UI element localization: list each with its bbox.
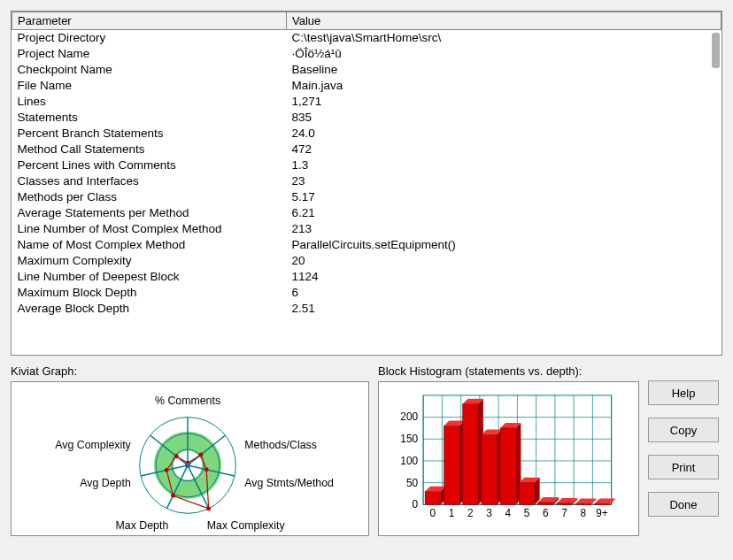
svg-point-17 bbox=[165, 468, 169, 472]
value-cell: 213 bbox=[287, 221, 721, 237]
kiviat-label: Kiviat Graph: bbox=[11, 364, 369, 378]
kiviat-axis-label: % Comments bbox=[155, 395, 220, 407]
param-cell: Lines bbox=[12, 94, 287, 110]
value-cell: 24.0 bbox=[287, 126, 721, 142]
value-cell: ·ÖÎö½á¹û bbox=[287, 46, 721, 62]
col-header-value[interactable]: Value bbox=[287, 12, 721, 30]
value-cell: 835 bbox=[287, 110, 721, 126]
table-row[interactable]: Average Statements per Method6.21 bbox=[12, 205, 721, 221]
table-row[interactable]: Name of Most Complex MethodParallelCircu… bbox=[12, 237, 721, 253]
print-button[interactable]: Print bbox=[648, 455, 719, 479]
hist-xtick: 2 bbox=[467, 507, 474, 519]
value-cell: 2.51 bbox=[287, 301, 721, 317]
metrics-dialog: Parameter Value Project DirectoryC:\test… bbox=[0, 0, 733, 560]
value-cell: 20 bbox=[287, 253, 721, 269]
done-button[interactable]: Done bbox=[648, 492, 719, 517]
hist-xtick: 6 bbox=[543, 507, 549, 519]
table-row[interactable]: File NameMain.java bbox=[12, 78, 721, 94]
svg-point-19 bbox=[185, 463, 190, 468]
value-cell: 23 bbox=[287, 173, 721, 189]
help-button[interactable]: Help bbox=[648, 380, 719, 405]
scrollbar-thumb[interactable] bbox=[712, 33, 720, 68]
table-row[interactable]: Methods per Class5.17 bbox=[12, 189, 721, 205]
param-cell: File Name bbox=[12, 78, 287, 94]
kiviat-axis-label: Avg Stmts/Method bbox=[244, 477, 334, 489]
param-cell: Average Block Depth bbox=[12, 301, 287, 317]
hist-xtick: 9+ bbox=[596, 507, 608, 519]
kiviat-chart: % CommentsMethods/ClassAvg Stmts/MethodM… bbox=[12, 382, 368, 535]
param-cell: Maximum Complexity bbox=[12, 253, 287, 269]
svg-point-15 bbox=[206, 506, 211, 510]
table-row[interactable]: Classes and Interfaces23 bbox=[12, 173, 721, 189]
table-row[interactable]: Percent Lines with Comments1.3 bbox=[12, 157, 721, 173]
value-cell: 1,271 bbox=[287, 94, 721, 110]
svg-point-18 bbox=[174, 454, 179, 458]
hist-ytick: 0 bbox=[413, 498, 419, 510]
hist-xtick: 1 bbox=[449, 507, 455, 519]
histogram-chart: 0501001502000123456789+ bbox=[379, 382, 638, 535]
hist-bar bbox=[519, 483, 534, 505]
param-cell: Percent Branch Statements bbox=[12, 126, 287, 142]
hist-xtick: 8 bbox=[580, 507, 586, 519]
hist-bar bbox=[538, 502, 553, 504]
col-header-parameter[interactable]: Parameter bbox=[12, 12, 287, 30]
value-cell: Main.java bbox=[287, 78, 721, 94]
table-row[interactable]: Average Block Depth2.51 bbox=[12, 301, 721, 317]
histogram-label: Block Histogram (statements vs. depth): bbox=[378, 364, 639, 378]
hist-xtick: 5 bbox=[524, 507, 530, 519]
param-cell: Method Call Statements bbox=[12, 142, 287, 157]
param-cell: Name of Most Complex Method bbox=[12, 237, 287, 253]
svg-point-16 bbox=[171, 494, 175, 498]
value-cell: C:\test\java\SmartHome\src\ bbox=[287, 30, 721, 47]
kiviat-axis-label: Avg Depth bbox=[80, 477, 131, 489]
table-row[interactable]: Project Name·ÖÎö½á¹û bbox=[12, 46, 721, 62]
param-cell: Average Statements per Method bbox=[12, 205, 287, 221]
hist-bar bbox=[425, 492, 440, 505]
hist-bar bbox=[500, 428, 515, 505]
hist-ytick: 50 bbox=[406, 477, 419, 489]
hist-bar bbox=[444, 426, 459, 504]
hist-bar bbox=[594, 503, 609, 504]
table-row[interactable]: Percent Branch Statements24.0 bbox=[12, 126, 721, 142]
svg-point-13 bbox=[198, 453, 203, 457]
table-row[interactable]: Lines1,271 bbox=[12, 94, 721, 110]
table-row[interactable]: Maximum Block Depth6 bbox=[12, 285, 721, 301]
hist-xtick: 3 bbox=[486, 507, 492, 519]
param-cell: Checkpoint Name bbox=[12, 62, 287, 78]
value-cell: 1124 bbox=[287, 269, 721, 285]
param-cell: Line Number of Deepest Block bbox=[12, 269, 287, 285]
value-cell: 472 bbox=[287, 142, 721, 157]
hist-xtick: 0 bbox=[429, 507, 436, 519]
svg-point-14 bbox=[204, 467, 209, 472]
param-cell: Methods per Class bbox=[12, 189, 287, 205]
hist-ytick: 100 bbox=[400, 455, 418, 467]
hist-ytick: 150 bbox=[400, 433, 418, 445]
table-row[interactable]: Line Number of Deepest Block1124 bbox=[12, 269, 721, 285]
value-cell: 5.17 bbox=[287, 189, 721, 205]
kiviat-axis-label: Avg Complexity bbox=[55, 439, 131, 451]
value-cell: ParallelCircuits.setEquipment() bbox=[287, 237, 721, 253]
param-cell: Line Number of Most Complex Method bbox=[12, 221, 287, 237]
hist-bar bbox=[463, 404, 478, 505]
hist-xtick: 4 bbox=[505, 507, 511, 519]
table-row[interactable]: Line Number of Most Complex Method213 bbox=[12, 221, 721, 237]
table-row[interactable]: Method Call Statements472 bbox=[12, 142, 721, 157]
hist-ytick: 200 bbox=[400, 410, 418, 423]
metrics-table: Parameter Value Project DirectoryC:\test… bbox=[12, 12, 721, 317]
param-cell: Statements bbox=[12, 110, 287, 126]
param-cell: Classes and Interfaces bbox=[12, 173, 287, 189]
hist-bar bbox=[482, 434, 497, 504]
copy-button[interactable]: Copy bbox=[648, 418, 719, 442]
table-row[interactable]: Checkpoint NameBaseline bbox=[12, 62, 721, 78]
kiviat-panel: % CommentsMethods/ClassAvg Stmts/MethodM… bbox=[11, 381, 369, 536]
param-cell: Percent Lines with Comments bbox=[12, 157, 287, 173]
histogram-panel: 0501001502000123456789+ bbox=[378, 381, 639, 536]
table-row[interactable]: Maximum Complexity20 bbox=[12, 253, 721, 269]
hist-bar bbox=[557, 503, 572, 504]
table-row[interactable]: Project DirectoryC:\test\java\SmartHome\… bbox=[12, 30, 721, 47]
value-cell: 6.21 bbox=[287, 205, 721, 221]
table-row[interactable]: Statements835 bbox=[12, 110, 721, 126]
hist-xtick: 7 bbox=[561, 507, 567, 519]
hist-bar bbox=[575, 503, 590, 504]
value-cell: Baseline bbox=[287, 62, 721, 78]
